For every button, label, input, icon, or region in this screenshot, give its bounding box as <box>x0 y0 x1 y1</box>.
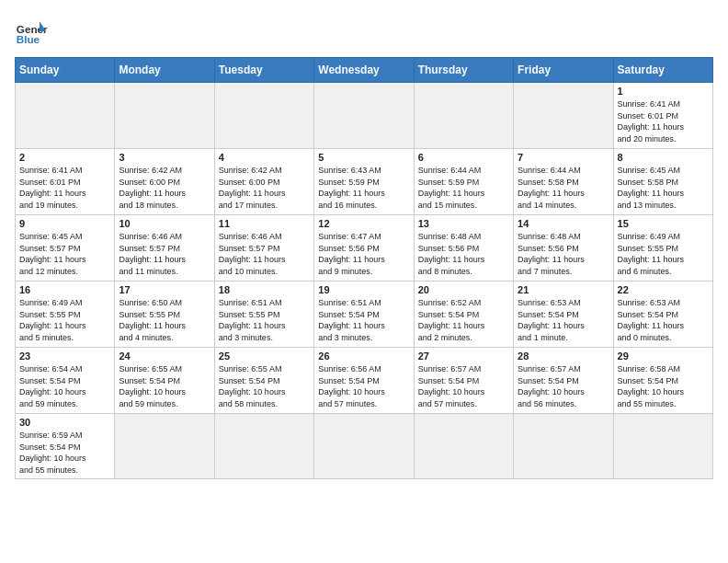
logo-icon: General Blue <box>15 15 48 48</box>
calendar-cell: 29Sunrise: 6:58 AM Sunset: 5:54 PM Dayli… <box>613 348 712 414</box>
calendar-cell <box>115 414 214 479</box>
calendar-cell <box>214 83 313 149</box>
calendar-week-row: 9Sunrise: 6:45 AM Sunset: 5:57 PM Daylig… <box>16 215 713 282</box>
day-info: Sunrise: 6:56 AM Sunset: 5:54 PM Dayligh… <box>318 363 409 409</box>
day-number: 20 <box>418 284 509 295</box>
day-info: Sunrise: 6:44 AM Sunset: 5:59 PM Dayligh… <box>418 165 509 211</box>
calendar-cell: 23Sunrise: 6:54 AM Sunset: 5:54 PM Dayli… <box>16 348 115 414</box>
calendar-cell: 6Sunrise: 6:44 AM Sunset: 5:59 PM Daylig… <box>414 149 513 215</box>
calendar-cell <box>514 414 613 479</box>
calendar-cell <box>414 414 513 479</box>
calendar-table: SundayMondayTuesdayWednesdayThursdayFrid… <box>15 57 713 479</box>
calendar-cell <box>613 414 712 479</box>
day-number: 29 <box>618 350 709 362</box>
weekday-header-saturday: Saturday <box>613 58 712 83</box>
day-number: 5 <box>318 152 409 163</box>
day-info: Sunrise: 6:53 AM Sunset: 5:54 PM Dayligh… <box>618 297 709 343</box>
calendar-cell <box>115 83 214 149</box>
calendar-cell: 8Sunrise: 6:45 AM Sunset: 5:58 PM Daylig… <box>613 149 712 215</box>
day-number: 19 <box>318 284 409 295</box>
calendar-cell: 24Sunrise: 6:55 AM Sunset: 5:54 PM Dayli… <box>115 348 214 414</box>
day-number: 24 <box>119 350 210 362</box>
calendar-cell <box>214 414 313 479</box>
calendar-cell: 18Sunrise: 6:51 AM Sunset: 5:55 PM Dayli… <box>214 282 313 348</box>
calendar-cell: 10Sunrise: 6:46 AM Sunset: 5:57 PM Dayli… <box>115 215 214 282</box>
calendar-cell: 12Sunrise: 6:47 AM Sunset: 5:56 PM Dayli… <box>314 215 414 282</box>
day-number: 21 <box>518 284 609 295</box>
calendar-cell: 26Sunrise: 6:56 AM Sunset: 5:54 PM Dayli… <box>314 348 414 414</box>
day-info: Sunrise: 6:46 AM Sunset: 5:57 PM Dayligh… <box>119 231 210 277</box>
svg-text:Blue: Blue <box>17 33 40 45</box>
day-number: 23 <box>19 350 110 362</box>
calendar-cell: 13Sunrise: 6:48 AM Sunset: 5:56 PM Dayli… <box>414 215 513 282</box>
day-number: 3 <box>119 152 210 163</box>
day-info: Sunrise: 6:51 AM Sunset: 5:55 PM Dayligh… <box>219 297 310 343</box>
weekday-header-friday: Friday <box>514 58 613 83</box>
day-info: Sunrise: 6:41 AM Sunset: 6:01 PM Dayligh… <box>19 165 110 211</box>
calendar-cell <box>414 83 513 149</box>
calendar-cell: 30Sunrise: 6:59 AM Sunset: 5:54 PM Dayli… <box>16 414 115 479</box>
calendar-cell: 15Sunrise: 6:49 AM Sunset: 5:55 PM Dayli… <box>613 215 712 282</box>
day-info: Sunrise: 6:55 AM Sunset: 5:54 PM Dayligh… <box>119 363 210 409</box>
day-number: 4 <box>219 152 310 163</box>
page-header: General Blue <box>15 15 713 48</box>
day-number: 22 <box>618 284 709 295</box>
day-info: Sunrise: 6:45 AM Sunset: 5:58 PM Dayligh… <box>618 165 709 211</box>
calendar-cell: 27Sunrise: 6:57 AM Sunset: 5:54 PM Dayli… <box>414 348 513 414</box>
calendar-cell: 7Sunrise: 6:44 AM Sunset: 5:58 PM Daylig… <box>514 149 613 215</box>
day-info: Sunrise: 6:58 AM Sunset: 5:54 PM Dayligh… <box>618 363 709 409</box>
day-number: 26 <box>318 350 409 362</box>
calendar-cell: 28Sunrise: 6:57 AM Sunset: 5:54 PM Dayli… <box>514 348 613 414</box>
day-info: Sunrise: 6:41 AM Sunset: 6:01 PM Dayligh… <box>618 98 709 144</box>
day-number: 11 <box>219 218 310 229</box>
day-number: 16 <box>19 284 110 295</box>
day-info: Sunrise: 6:48 AM Sunset: 5:56 PM Dayligh… <box>518 231 609 277</box>
day-number: 12 <box>318 218 409 229</box>
calendar-cell: 1Sunrise: 6:41 AM Sunset: 6:01 PM Daylig… <box>613 83 712 149</box>
day-number: 15 <box>618 218 709 229</box>
weekday-header-wednesday: Wednesday <box>314 58 414 83</box>
weekday-header-row: SundayMondayTuesdayWednesdayThursdayFrid… <box>16 58 713 83</box>
weekday-header-monday: Monday <box>115 58 214 83</box>
calendar-cell: 3Sunrise: 6:42 AM Sunset: 6:00 PM Daylig… <box>115 149 214 215</box>
calendar-week-row: 16Sunrise: 6:49 AM Sunset: 5:55 PM Dayli… <box>16 282 713 348</box>
weekday-header-tuesday: Tuesday <box>214 58 313 83</box>
day-info: Sunrise: 6:51 AM Sunset: 5:54 PM Dayligh… <box>318 297 409 343</box>
day-info: Sunrise: 6:49 AM Sunset: 5:55 PM Dayligh… <box>19 297 110 343</box>
calendar-cell: 19Sunrise: 6:51 AM Sunset: 5:54 PM Dayli… <box>314 282 414 348</box>
day-number: 2 <box>19 152 110 163</box>
day-number: 10 <box>119 218 210 229</box>
calendar-cell <box>514 83 613 149</box>
day-info: Sunrise: 6:49 AM Sunset: 5:55 PM Dayligh… <box>618 231 709 277</box>
calendar-week-row: 30Sunrise: 6:59 AM Sunset: 5:54 PM Dayli… <box>16 414 713 479</box>
day-info: Sunrise: 6:57 AM Sunset: 5:54 PM Dayligh… <box>418 363 509 409</box>
calendar-cell <box>314 83 414 149</box>
day-info: Sunrise: 6:47 AM Sunset: 5:56 PM Dayligh… <box>318 231 409 277</box>
day-number: 1 <box>618 86 709 97</box>
day-info: Sunrise: 6:48 AM Sunset: 5:56 PM Dayligh… <box>418 231 509 277</box>
calendar-cell: 14Sunrise: 6:48 AM Sunset: 5:56 PM Dayli… <box>514 215 613 282</box>
weekday-header-sunday: Sunday <box>16 58 115 83</box>
calendar-cell: 4Sunrise: 6:42 AM Sunset: 6:00 PM Daylig… <box>214 149 313 215</box>
calendar-cell: 9Sunrise: 6:45 AM Sunset: 5:57 PM Daylig… <box>16 215 115 282</box>
day-number: 25 <box>219 350 310 362</box>
day-info: Sunrise: 6:42 AM Sunset: 6:00 PM Dayligh… <box>219 165 310 211</box>
calendar-week-row: 2Sunrise: 6:41 AM Sunset: 6:01 PM Daylig… <box>16 149 713 215</box>
calendar-cell: 5Sunrise: 6:43 AM Sunset: 5:59 PM Daylig… <box>314 149 414 215</box>
day-info: Sunrise: 6:43 AM Sunset: 5:59 PM Dayligh… <box>318 165 409 211</box>
day-info: Sunrise: 6:53 AM Sunset: 5:54 PM Dayligh… <box>518 297 609 343</box>
calendar-cell: 25Sunrise: 6:55 AM Sunset: 5:54 PM Dayli… <box>214 348 313 414</box>
weekday-header-thursday: Thursday <box>414 58 513 83</box>
day-info: Sunrise: 6:52 AM Sunset: 5:54 PM Dayligh… <box>418 297 509 343</box>
day-info: Sunrise: 6:59 AM Sunset: 5:54 PM Dayligh… <box>19 430 110 476</box>
day-info: Sunrise: 6:42 AM Sunset: 6:00 PM Dayligh… <box>119 165 210 211</box>
calendar-cell: 20Sunrise: 6:52 AM Sunset: 5:54 PM Dayli… <box>414 282 513 348</box>
day-info: Sunrise: 6:46 AM Sunset: 5:57 PM Dayligh… <box>219 231 310 277</box>
day-info: Sunrise: 6:55 AM Sunset: 5:54 PM Dayligh… <box>219 363 310 409</box>
day-info: Sunrise: 6:44 AM Sunset: 5:58 PM Dayligh… <box>518 165 609 211</box>
day-number: 17 <box>119 284 210 295</box>
calendar-cell: 22Sunrise: 6:53 AM Sunset: 5:54 PM Dayli… <box>613 282 712 348</box>
calendar-cell: 16Sunrise: 6:49 AM Sunset: 5:55 PM Dayli… <box>16 282 115 348</box>
calendar-cell: 21Sunrise: 6:53 AM Sunset: 5:54 PM Dayli… <box>514 282 613 348</box>
calendar-cell: 2Sunrise: 6:41 AM Sunset: 6:01 PM Daylig… <box>16 149 115 215</box>
